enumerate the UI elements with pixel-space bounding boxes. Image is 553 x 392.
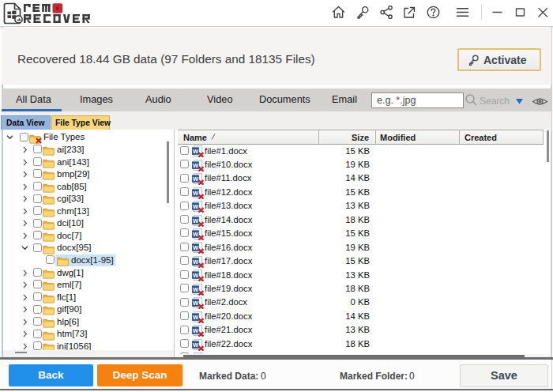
svg-text:W: W <box>193 217 199 224</box>
svg-text:W: W <box>193 272 199 279</box>
svg-text:W: W <box>193 300 199 307</box>
svg-text:W: W <box>193 327 199 334</box>
svg-text:W: W <box>193 313 199 320</box>
svg-text:W: W <box>193 161 199 168</box>
svg-text:W: W <box>193 189 199 196</box>
svg-text:W: W <box>193 231 199 238</box>
svg-text:W: W <box>193 175 199 183</box>
svg-text:W: W <box>193 285 199 292</box>
svg-text:W: W <box>193 148 199 155</box>
svg-text:W: W <box>193 244 199 251</box>
svg-text:W: W <box>193 341 199 348</box>
svg-text:W: W <box>193 258 199 265</box>
svg-text:W: W <box>193 203 199 210</box>
